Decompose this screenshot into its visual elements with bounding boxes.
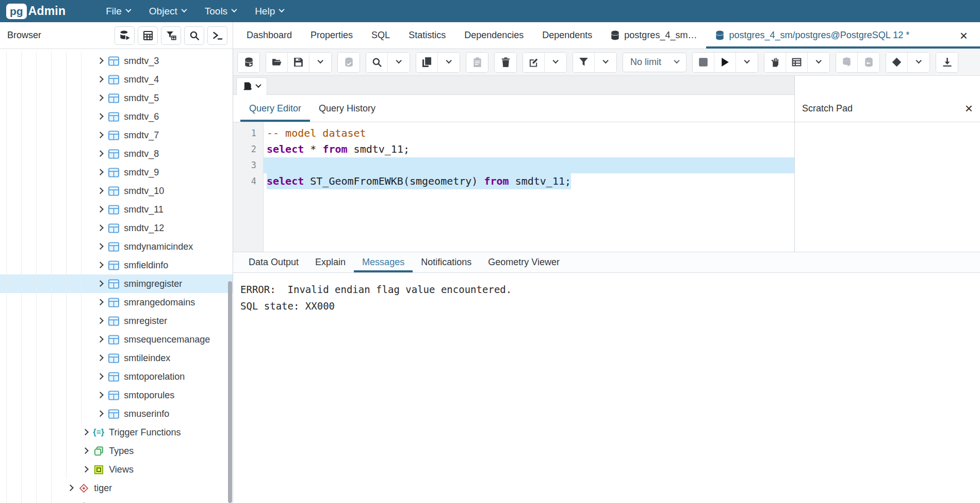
chevron-right-icon[interactable] [97, 95, 104, 102]
chevron-right-icon[interactable] [97, 281, 104, 287]
chevron-right-icon[interactable] [97, 299, 104, 306]
tab-dashboard[interactable]: Dashboard [237, 22, 301, 48]
tab-statistics[interactable]: Statistics [399, 22, 455, 48]
chevron-right-icon[interactable] [97, 225, 104, 232]
close-icon[interactable]: × [957, 29, 971, 42]
tree-item-tiger-data[interactable]: tiger_data [0, 497, 233, 503]
chevron-right-icon[interactable] [67, 485, 74, 492]
code-line-3[interactable]: 3 [233, 157, 794, 173]
search-objects-button[interactable] [184, 26, 204, 45]
tree-item-smdtv-3[interactable]: smdtv_3 [0, 52, 233, 70]
macros-table-button[interactable] [786, 53, 808, 72]
chevron-down-button[interactable] [908, 53, 929, 72]
tab-data-output[interactable]: Data Output [240, 252, 307, 272]
tab-sql[interactable]: SQL [362, 22, 399, 48]
code-line-2[interactable]: 2select * from smdtv_11; [233, 141, 794, 157]
chevron-right-icon[interactable] [97, 206, 104, 213]
tab-notifications[interactable]: Notifications [413, 252, 480, 272]
download-button[interactable] [936, 53, 958, 72]
chevron-right-icon[interactable] [97, 318, 104, 324]
commit-hand-button[interactable] [764, 53, 786, 72]
tab-postgres-4-sm-postgres-postgresql-12[interactable]: postgres_4_sm/postgres@PostgreSQL 12 *× [706, 22, 980, 48]
chevron-right-icon[interactable] [97, 76, 104, 83]
chevron-down-button[interactable] [808, 53, 829, 72]
tab-dependents[interactable]: Dependents [533, 22, 601, 48]
copy-button[interactable] [416, 53, 438, 72]
chevron-right-icon[interactable] [82, 466, 89, 473]
tree-item-smdtv-7[interactable]: smdtv_7 [0, 126, 233, 144]
menu-object[interactable]: Object [140, 0, 195, 22]
chevron-down-button[interactable] [438, 53, 460, 72]
clear-diamond-button[interactable] [886, 53, 908, 72]
row-limit-select[interactable]: No limit [623, 53, 687, 72]
chevron-down-button[interactable] [545, 53, 566, 72]
tree-item-smtoporelation[interactable]: smtoporelation [0, 367, 233, 386]
menu-file[interactable]: File [96, 0, 140, 22]
tree-item-smimgregister[interactable]: smimgregister [0, 274, 233, 293]
chevron-right-icon[interactable] [82, 429, 89, 436]
tree-item-smregister[interactable]: smregister [0, 312, 233, 330]
tree-item-smfieldinfo[interactable]: smfieldinfo [0, 256, 233, 274]
view-data-button[interactable] [138, 26, 158, 45]
delete-button[interactable] [495, 53, 516, 72]
tree-item-smdtv-4[interactable]: smdtv_4 [0, 70, 233, 89]
stop-button[interactable] [693, 53, 714, 72]
chevron-down-button[interactable] [595, 53, 616, 72]
tree-item-smuserinfo[interactable]: smuserinfo [0, 404, 233, 423]
tree-item-smdtv-8[interactable]: smdtv_8 [0, 144, 233, 163]
tab-properties[interactable]: Properties [301, 22, 362, 48]
edit-button[interactable] [523, 53, 545, 72]
filtered-rows-button[interactable] [161, 26, 181, 45]
tree-item-smdtv-6[interactable]: smdtv_6 [0, 107, 233, 126]
folder-open-button[interactable] [266, 53, 288, 72]
chevron-down-button[interactable] [736, 53, 758, 72]
chevron-down-button[interactable] [388, 53, 410, 72]
tree-item-smtoporules[interactable]: smtoporules [0, 386, 233, 404]
chevron-right-icon[interactable] [97, 132, 104, 139]
tree-item-types[interactable]: Types [0, 442, 233, 460]
menu-help[interactable]: Help [246, 0, 293, 22]
tree-item-views[interactable]: Views [0, 460, 233, 479]
tree-item-smrangedomains[interactable]: smrangedomains [0, 293, 233, 312]
chevron-right-icon[interactable] [97, 262, 104, 269]
tree-item-tiger[interactable]: tiger [0, 479, 233, 497]
connection-database-button[interactable] [238, 53, 259, 72]
tree-item-smsequencemanage[interactable]: smsequencemanage [0, 330, 233, 349]
chevron-right-icon[interactable] [97, 169, 104, 176]
tab-dependencies[interactable]: Dependencies [455, 22, 533, 48]
tab-messages[interactable]: Messages [354, 252, 413, 272]
chevron-right-icon[interactable] [97, 355, 104, 362]
chevron-right-icon[interactable] [97, 151, 104, 157]
chevron-right-icon[interactable] [97, 113, 104, 120]
connection-tab[interactable] [236, 77, 267, 95]
chevron-right-icon[interactable] [97, 244, 104, 250]
chevron-right-icon[interactable] [82, 448, 89, 455]
tree-item-smdtv-9[interactable]: smdtv_9 [0, 163, 233, 182]
tree-item-smdtv-5[interactable]: smdtv_5 [0, 89, 233, 107]
tree-item-smdtv-11[interactable]: smdtv_11 [0, 200, 233, 219]
chevron-right-icon[interactable] [97, 336, 104, 343]
save-button[interactable] [288, 53, 309, 72]
code-line-1[interactable]: 1-- model dataset [233, 125, 794, 141]
play-button[interactable] [714, 53, 736, 72]
tree-item-trigger-functions[interactable]: {≡}Trigger Functions [0, 423, 233, 442]
tree-item-smdtv-10[interactable]: smdtv_10 [0, 182, 233, 200]
sidebar-scrollbar-thumb[interactable] [228, 281, 232, 503]
tree-item-smdtv-12[interactable]: smdtv_12 [0, 219, 233, 237]
chevron-right-icon[interactable] [97, 392, 104, 399]
chevron-down-button[interactable] [309, 53, 331, 72]
chevron-right-icon[interactable] [97, 411, 104, 417]
tree-item-smtileindex[interactable]: smtileindex [0, 349, 233, 367]
close-icon[interactable]: × [965, 102, 973, 115]
tab-query-editor[interactable]: Query Editor [240, 95, 310, 122]
sql-editor[interactable]: 1-- model dataset2select * from smdtv_11… [233, 122, 794, 252]
chevron-right-icon[interactable] [97, 58, 104, 64]
tree-item-smdynamicindex[interactable]: smdynamicindex [0, 237, 233, 256]
menu-tools[interactable]: Tools [195, 0, 246, 22]
tab-geometry-viewer[interactable]: Geometry Viewer [480, 252, 568, 272]
code-line-4[interactable]: 4select ST_GeomFromEWKB(smgeometry) from… [233, 173, 794, 189]
tab-postgres-4-sm[interactable]: postgres_4_sm… [601, 22, 706, 48]
search-button[interactable] [366, 53, 388, 72]
query-tool-button[interactable] [115, 26, 135, 45]
tab-query-history[interactable]: Query History [310, 95, 384, 122]
